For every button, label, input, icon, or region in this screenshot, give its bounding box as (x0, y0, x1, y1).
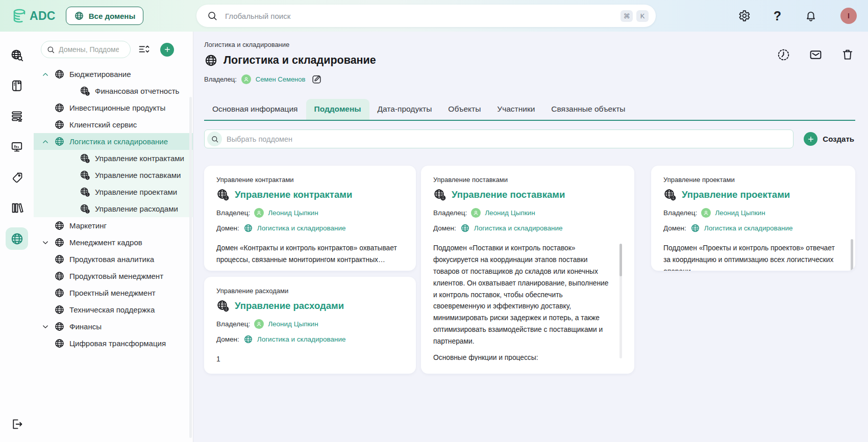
rail-library-icon[interactable] (6, 197, 28, 219)
chevron-up-icon[interactable] (41, 137, 54, 146)
card-overline: Управление контрактами (216, 176, 404, 184)
card-scrollbar-track[interactable] (619, 244, 622, 358)
rail-domain-search-icon[interactable] (6, 44, 28, 66)
search-icon (207, 132, 222, 146)
functions-heading: Основные функции и процессы: (433, 354, 613, 361)
subdomain-globe-icon (80, 153, 90, 164)
owner-label: Владелец: (663, 209, 697, 217)
card-title-link[interactable]: Управление контрактами (235, 189, 352, 200)
tree-item-project-management[interactable]: Проектный менеджмент (34, 284, 193, 301)
domain-label: Домен: (216, 335, 239, 343)
card-domain-link[interactable]: Логистика и складирование (704, 224, 793, 232)
logo-database-icon (11, 8, 28, 24)
help-icon[interactable]: ? (774, 9, 781, 23)
tree-item-supplies[interactable]: Управление поставками (34, 167, 193, 184)
card-scrollbar-thumb[interactable] (619, 244, 622, 276)
subdomain-globe-icon (80, 170, 90, 180)
rail-tag-icon[interactable] (6, 166, 28, 189)
globe-icon (54, 304, 65, 315)
card-domain-link[interactable]: Логистика и складирование (257, 335, 346, 343)
card-domain-link[interactable]: Логистика и складирование (474, 224, 563, 232)
rail-journal-icon[interactable] (6, 74, 28, 97)
tree-item-projects[interactable]: Управление проектами (34, 184, 193, 200)
add-domain-button[interactable] (160, 43, 174, 57)
user-avatar[interactable]: I (840, 8, 857, 24)
tree-item-expenses[interactable]: Управление расходами (34, 200, 193, 217)
rail-stack-favorites-icon[interactable] (6, 105, 28, 127)
card-title-link[interactable]: Управление расходами (235, 300, 344, 311)
globe-icon (460, 223, 470, 233)
card-owner-link[interactable]: Леонид Цыпкин (485, 209, 535, 217)
card-title-link[interactable]: Управление проектами (682, 189, 790, 200)
tree-item-digital-transformation[interactable]: Цифровая трансформация (34, 335, 193, 352)
all-domains-button[interactable]: Все домены (66, 7, 143, 25)
tree-item-label: Клиентский сервис (69, 120, 137, 129)
chevron-down-icon[interactable] (41, 238, 54, 247)
tab-subdomains[interactable]: Поддомены (306, 99, 369, 120)
card-owner-link[interactable]: Леонид Цыпкин (268, 209, 318, 217)
tree-search-input[interactable] (59, 45, 119, 54)
tree-item-finance[interactable]: Финансы (34, 318, 193, 335)
tab-objects[interactable]: Объекты (440, 99, 489, 120)
chevron-up-icon[interactable] (41, 70, 54, 79)
cards-column-1: Управление контрактами Управление контра… (204, 166, 416, 374)
globe-icon (54, 288, 65, 298)
globe-icon (54, 237, 65, 248)
global-search-input[interactable] (225, 12, 613, 20)
settings-gear-icon[interactable] (737, 9, 751, 22)
subdomain-search-input[interactable] (227, 135, 793, 143)
tree-item-hr[interactable]: Менеджмент кадров (34, 234, 193, 251)
tree-item-label: Логистика и складирование (69, 137, 168, 146)
card-domain-link[interactable]: Логистика и складирование (257, 224, 346, 232)
tree-item-contracts[interactable]: Управление контрактами (34, 150, 193, 167)
tree-item-label: Цифровая трансформация (69, 339, 166, 348)
tree-item-logistics-selected[interactable]: Логистика и складирование (34, 133, 193, 150)
card-scrollbar-thumb[interactable] (851, 239, 853, 271)
collapse-expand-icon[interactable] (138, 43, 150, 56)
tab-members[interactable]: Участники (489, 99, 543, 120)
global-search: ⌘ K (196, 5, 656, 27)
rail-monitor-dashboard-icon[interactable] (6, 136, 28, 158)
tree-item-marketing[interactable]: Маркетинг (34, 217, 193, 234)
edit-owner-icon[interactable] (311, 74, 322, 85)
tree-item-fin-reporting[interactable]: Финансовая отчетность (34, 83, 193, 99)
app-logo: ADC (11, 8, 56, 24)
logout-icon[interactable] (0, 418, 34, 431)
notifications-bell-icon[interactable] (804, 9, 817, 22)
create-subdomain-button[interactable]: Создать (804, 132, 855, 146)
tree-item-budgeting[interactable]: Бюджетирование (34, 66, 193, 83)
tab-data-products[interactable]: Дата-продукты (369, 99, 440, 120)
owner-avatar (701, 208, 711, 218)
tree-item-client-service[interactable]: Клиентский сервис (34, 116, 193, 133)
trash-icon[interactable] (841, 48, 854, 61)
tab-main-info[interactable]: Основная информация (204, 99, 306, 120)
icon-rail (0, 32, 34, 442)
owner-name-link[interactable]: Семен Семенов (256, 75, 306, 83)
tree-scrollbar[interactable] (189, 97, 192, 438)
owner-avatar (471, 208, 481, 218)
subdomain-globe-icon (663, 188, 677, 201)
breadcrumb[interactable]: Логистика и складирование (204, 41, 289, 48)
tree-item-tech-support[interactable]: Техническая поддержка (34, 301, 193, 318)
owner-label: Владелец: (216, 209, 250, 217)
chevron-down-icon[interactable] (41, 322, 54, 331)
history-clock-icon[interactable] (777, 48, 790, 62)
card-owner-link[interactable]: Леонид Цыпкин (715, 209, 765, 217)
card-projects: Управление проектами Управление проектам… (651, 166, 855, 271)
subdomain-toolbar: Создать (204, 129, 855, 148)
tree-item-label: Бюджетирование (69, 70, 131, 79)
card-overline: Управление проектами (663, 176, 843, 184)
tab-bar: Основная информация Поддомены Дата-проду… (204, 99, 855, 121)
tree-item-label: Управление проектами (95, 188, 177, 196)
mail-icon[interactable] (809, 48, 823, 62)
cards-column-3: Управление проектами Управление проектам… (651, 166, 855, 271)
globe-icon (243, 223, 253, 233)
rail-domains-globe-icon[interactable] (6, 227, 28, 250)
tree-item-investment[interactable]: Инвестиционные продукты (34, 99, 193, 116)
card-description: Поддомен «Поставки и контроль поставок» … (433, 243, 613, 348)
tree-item-product-management[interactable]: Продуктовый менеджмент (34, 268, 193, 284)
tab-linked-objects[interactable]: Связанные объекты (543, 99, 633, 120)
tree-item-product-analytics[interactable]: Продуктовая аналитика (34, 251, 193, 268)
card-title-link[interactable]: Управление поставками (452, 189, 565, 200)
card-owner-link[interactable]: Леонид Цыпкин (268, 320, 318, 328)
